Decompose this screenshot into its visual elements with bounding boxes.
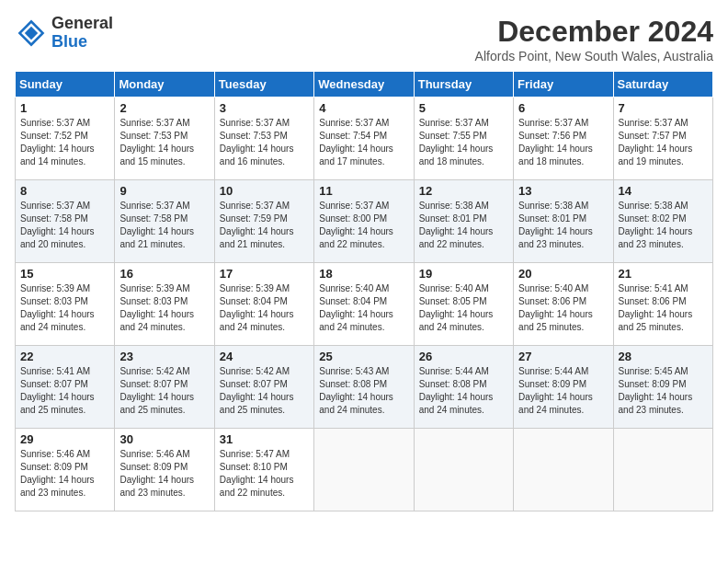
month-year-title: December 2024 (475, 15, 713, 49)
day-info: Sunrise: 5:46 AMSunset: 8:09 PMDaylight:… (20, 448, 109, 500)
day-number: 13 (518, 184, 608, 198)
weekday-header-monday: Monday (115, 72, 214, 98)
day-number: 19 (419, 267, 508, 281)
logo-icon (15, 17, 48, 50)
day-info: Sunrise: 5:37 AMSunset: 7:55 PMDaylight:… (419, 117, 508, 168)
day-number: 15 (20, 267, 109, 281)
calendar-cell (414, 429, 513, 511)
day-info: Sunrise: 5:44 AMSunset: 8:08 PMDaylight:… (419, 365, 508, 417)
day-number: 5 (419, 101, 508, 115)
day-info: Sunrise: 5:39 AMSunset: 8:04 PMDaylight:… (220, 282, 309, 334)
day-info: Sunrise: 5:42 AMSunset: 8:07 PMDaylight:… (220, 365, 309, 417)
day-info: Sunrise: 5:37 AMSunset: 7:53 PMDaylight:… (119, 117, 209, 168)
calendar-week-4: 22Sunrise: 5:41 AMSunset: 8:07 PMDayligh… (16, 346, 713, 429)
day-number: 24 (220, 350, 309, 363)
weekday-header-wednesday: Wednesday (314, 72, 414, 98)
calendar-week-5: 29Sunrise: 5:46 AMSunset: 8:09 PMDayligh… (16, 429, 713, 511)
day-info: Sunrise: 5:41 AMSunset: 8:06 PMDaylight:… (619, 282, 708, 334)
day-info: Sunrise: 5:39 AMSunset: 8:03 PMDaylight:… (119, 282, 209, 334)
day-info: Sunrise: 5:38 AMSunset: 8:01 PMDaylight:… (419, 200, 508, 251)
day-info: Sunrise: 5:44 AMSunset: 8:09 PMDaylight:… (518, 365, 608, 417)
calendar-cell: 25Sunrise: 5:43 AMSunset: 8:08 PMDayligh… (314, 346, 414, 429)
day-number: 18 (319, 267, 408, 281)
weekday-header-tuesday: Tuesday (214, 72, 313, 98)
day-number: 14 (619, 184, 708, 198)
calendar-cell: 19Sunrise: 5:40 AMSunset: 8:05 PMDayligh… (414, 263, 513, 346)
calendar-cell: 13Sunrise: 5:38 AMSunset: 8:01 PMDayligh… (514, 180, 613, 263)
day-info: Sunrise: 5:41 AMSunset: 8:07 PMDaylight:… (20, 365, 109, 417)
calendar-cell: 30Sunrise: 5:46 AMSunset: 8:09 PMDayligh… (115, 429, 214, 511)
day-info: Sunrise: 5:40 AMSunset: 8:04 PMDaylight:… (319, 282, 408, 334)
calendar-cell: 16Sunrise: 5:39 AMSunset: 8:03 PMDayligh… (115, 263, 214, 346)
day-number: 22 (20, 350, 109, 363)
day-info: Sunrise: 5:37 AMSunset: 8:00 PMDaylight:… (319, 200, 408, 251)
calendar-cell: 4Sunrise: 5:37 AMSunset: 7:54 PMDaylight… (314, 98, 414, 180)
day-number: 29 (20, 432, 109, 446)
day-number: 30 (119, 432, 209, 446)
day-info: Sunrise: 5:37 AMSunset: 7:54 PMDaylight:… (319, 117, 408, 168)
day-number: 6 (518, 101, 608, 115)
day-number: 2 (119, 101, 209, 115)
day-info: Sunrise: 5:37 AMSunset: 7:52 PMDaylight:… (20, 117, 109, 168)
day-number: 16 (119, 267, 209, 281)
calendar-cell (514, 429, 613, 511)
day-number: 11 (319, 184, 408, 198)
day-number: 17 (220, 267, 309, 281)
calendar-cell: 11Sunrise: 5:37 AMSunset: 8:00 PMDayligh… (314, 180, 414, 263)
day-info: Sunrise: 5:38 AMSunset: 8:01 PMDaylight:… (518, 200, 608, 251)
calendar-cell: 1Sunrise: 5:37 AMSunset: 7:52 PMDaylight… (16, 98, 115, 180)
calendar-cell: 21Sunrise: 5:41 AMSunset: 8:06 PMDayligh… (613, 263, 712, 346)
day-number: 4 (319, 101, 408, 115)
day-number: 3 (220, 101, 309, 115)
calendar-cell (314, 429, 414, 511)
weekday-header-sunday: Sunday (16, 72, 115, 98)
calendar-cell: 12Sunrise: 5:38 AMSunset: 8:01 PMDayligh… (414, 180, 513, 263)
calendar-cell: 28Sunrise: 5:45 AMSunset: 8:09 PMDayligh… (613, 346, 712, 429)
calendar-cell: 15Sunrise: 5:39 AMSunset: 8:03 PMDayligh… (16, 263, 115, 346)
weekday-header-friday: Friday (514, 72, 613, 98)
logo: General Blue (15, 15, 113, 52)
calendar-cell: 18Sunrise: 5:40 AMSunset: 8:04 PMDayligh… (314, 263, 414, 346)
calendar-week-1: 1Sunrise: 5:37 AMSunset: 7:52 PMDaylight… (16, 98, 713, 180)
calendar-cell: 6Sunrise: 5:37 AMSunset: 7:56 PMDaylight… (514, 98, 613, 180)
day-number: 26 (419, 350, 508, 363)
page-header: General Blue December 2024 Alfords Point… (15, 15, 713, 63)
day-number: 8 (20, 184, 109, 198)
logo-text: General Blue (51, 15, 113, 52)
day-number: 31 (220, 432, 309, 446)
weekday-header-saturday: Saturday (613, 72, 712, 98)
day-info: Sunrise: 5:42 AMSunset: 8:07 PMDaylight:… (119, 365, 209, 417)
calendar-week-3: 15Sunrise: 5:39 AMSunset: 8:03 PMDayligh… (16, 263, 713, 346)
calendar-cell: 9Sunrise: 5:37 AMSunset: 7:58 PMDaylight… (115, 180, 214, 263)
calendar-cell: 10Sunrise: 5:37 AMSunset: 7:59 PMDayligh… (214, 180, 313, 263)
day-info: Sunrise: 5:37 AMSunset: 7:58 PMDaylight:… (119, 200, 209, 251)
calendar-week-2: 8Sunrise: 5:37 AMSunset: 7:58 PMDaylight… (16, 180, 713, 263)
calendar-cell: 8Sunrise: 5:37 AMSunset: 7:58 PMDaylight… (16, 180, 115, 263)
calendar-cell: 3Sunrise: 5:37 AMSunset: 7:53 PMDaylight… (214, 98, 313, 180)
location-subtitle: Alfords Point, New South Wales, Australi… (475, 49, 713, 63)
calendar-cell: 17Sunrise: 5:39 AMSunset: 8:04 PMDayligh… (214, 263, 313, 346)
calendar-cell: 26Sunrise: 5:44 AMSunset: 8:08 PMDayligh… (414, 346, 513, 429)
day-number: 21 (619, 267, 708, 281)
day-info: Sunrise: 5:46 AMSunset: 8:09 PMDaylight:… (119, 448, 209, 500)
day-number: 7 (619, 101, 708, 115)
weekday-header-thursday: Thursday (414, 72, 513, 98)
weekday-header-row: SundayMondayTuesdayWednesdayThursdayFrid… (16, 72, 713, 98)
day-info: Sunrise: 5:40 AMSunset: 8:05 PMDaylight:… (419, 282, 508, 334)
day-number: 1 (20, 101, 109, 115)
day-info: Sunrise: 5:40 AMSunset: 8:06 PMDaylight:… (518, 282, 608, 334)
day-number: 12 (419, 184, 508, 198)
day-info: Sunrise: 5:43 AMSunset: 8:08 PMDaylight:… (319, 365, 408, 417)
calendar-cell: 7Sunrise: 5:37 AMSunset: 7:57 PMDaylight… (613, 98, 712, 180)
day-info: Sunrise: 5:45 AMSunset: 8:09 PMDaylight:… (619, 365, 708, 417)
day-info: Sunrise: 5:47 AMSunset: 8:10 PMDaylight:… (220, 448, 309, 500)
day-number: 23 (119, 350, 209, 363)
day-info: Sunrise: 5:37 AMSunset: 7:57 PMDaylight:… (619, 117, 708, 168)
day-info: Sunrise: 5:37 AMSunset: 7:58 PMDaylight:… (20, 200, 109, 251)
day-info: Sunrise: 5:37 AMSunset: 7:59 PMDaylight:… (220, 200, 309, 251)
calendar-cell: 2Sunrise: 5:37 AMSunset: 7:53 PMDaylight… (115, 98, 214, 180)
day-info: Sunrise: 5:37 AMSunset: 7:53 PMDaylight:… (220, 117, 309, 168)
day-number: 28 (619, 350, 708, 363)
day-number: 20 (518, 267, 608, 281)
calendar-cell: 27Sunrise: 5:44 AMSunset: 8:09 PMDayligh… (514, 346, 613, 429)
